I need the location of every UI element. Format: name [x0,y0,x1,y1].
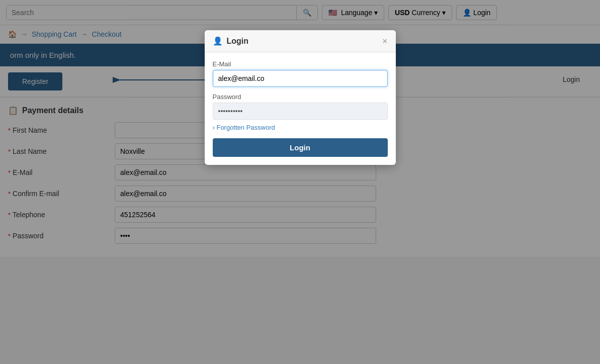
modal-email-label: E-Mail [213,60,388,68]
modal-login-button[interactable]: Login [213,138,388,157]
modal-close-button[interactable]: × [382,37,388,46]
forgotten-password-link[interactable]: › Forgotten Password [213,124,388,131]
modal-overlay: 👤 Login × E-Mail Password › Forgotten Pa… [0,0,600,257]
modal-body: E-Mail Password › Forgotten Password Log… [205,52,396,165]
modal-header: 👤 Login × [205,30,396,52]
modal-email-input[interactable] [213,70,388,87]
modal-password-label: Password [213,93,388,101]
modal-password-input[interactable] [213,103,388,120]
modal-title-text: Login [227,37,249,46]
modal-user-icon: 👤 [213,36,223,46]
login-modal: 👤 Login × E-Mail Password › Forgotten Pa… [205,30,396,165]
